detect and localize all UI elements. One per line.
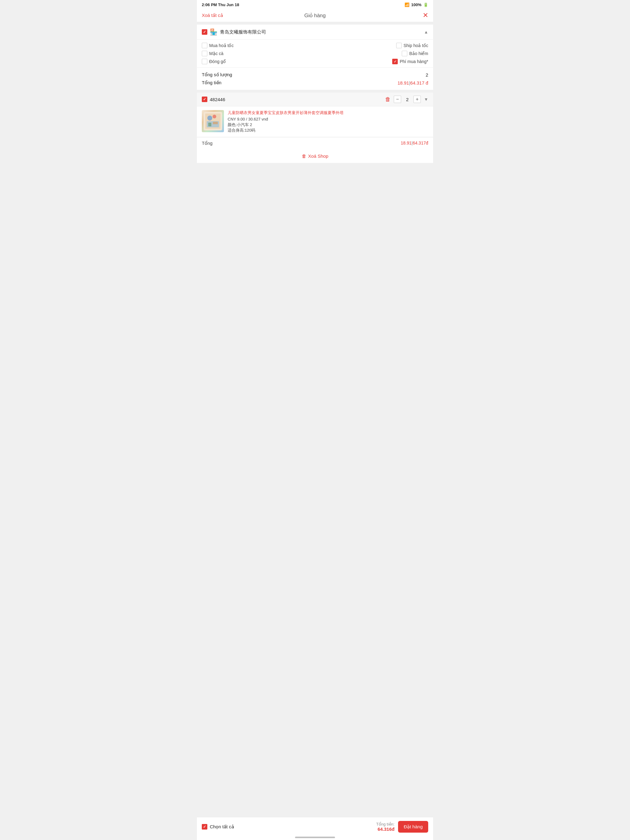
shop-checkbox[interactable] (202, 29, 207, 35)
page-header: Xoá tất cả Giỏ hàng ✕ (197, 9, 433, 22)
total-money-row: Tổng tiền 18.91|64.317 đ (202, 79, 428, 87)
svg-point-2 (207, 115, 212, 120)
svg-rect-6 (213, 122, 218, 124)
product-total-label: Tổng (202, 141, 212, 146)
shop-name: 青岛文曦服饰有限公司 (220, 29, 266, 35)
svg-rect-5 (208, 123, 211, 126)
checkbox-dong-go[interactable] (202, 59, 207, 64)
delete-shop-button[interactable]: Xoá Shop (308, 153, 329, 159)
shop-options: Mua hoả tốc Ship hoả tốc Mặc cà Bảo hiểm… (197, 39, 433, 68)
shop-icon: 🏪 (210, 28, 217, 36)
shop-totals: Tổng số lượng 2 Tổng tiền 18.91|64.317 đ (197, 68, 433, 90)
total-qty-label: Tổng số lượng (202, 72, 232, 77)
product-total-row: Tổng 18.91|64.317đ (197, 137, 433, 149)
shop-section: 🏪 青岛文曦服饰有限公司 ▲ Mua hoả tốc Ship hoả tốc … (197, 25, 433, 90)
increase-qty-button[interactable]: + (413, 96, 421, 103)
total-money-label: Tổng tiền (202, 80, 222, 85)
shop-header: 🏪 青岛文曦服饰有限公司 ▲ (197, 25, 433, 39)
trash-shop-icon: 🗑 (302, 153, 306, 159)
product-item: 儿童防晒衣男女童夏季宝宝皮肤衣男童开衫薄外套空调服夏季外塔 CNY 9.00 /… (197, 106, 433, 137)
svg-point-3 (212, 115, 216, 118)
checkbox-mua-hoa-toc[interactable] (202, 43, 207, 48)
option-mac-ca[interactable]: Mặc cà (202, 51, 223, 56)
product-header: 482446 🗑 − 2 + ▼ (197, 93, 433, 106)
product-section: 482446 🗑 − 2 + ▼ 儿童 (197, 93, 433, 163)
quantity-control: − 2 + (394, 96, 421, 103)
product-title: 儿童防晒衣男女童夏季宝宝皮肤衣男童开衫薄外套空调服夏季外塔 (228, 110, 428, 115)
battery-percentage: 100% (411, 2, 421, 7)
product-color: 颜色:小汽车 2 (228, 122, 428, 128)
product-size: 适合身高:120码 (228, 128, 428, 133)
option-mua-hoa-toc[interactable]: Mua hoả tốc (202, 43, 233, 48)
checkbox-phi-mua-hang[interactable] (392, 59, 398, 64)
quantity-value: 2 (404, 97, 410, 102)
option-dong-go[interactable]: Đóng gổ (202, 59, 226, 64)
empty-area (197, 163, 433, 347)
clear-all-button[interactable]: Xoá tất cả (202, 13, 223, 18)
status-bar: 2:06 PM Thu Jun 18 📶 100% 🔋 (197, 0, 433, 9)
battery-icon: 🔋 (423, 2, 428, 7)
option-ship-hoa-toc[interactable]: Ship hoả tốc (396, 43, 428, 48)
status-time: 2:06 PM Thu Jun 18 (202, 2, 239, 7)
delete-product-button[interactable]: 🗑 (385, 96, 391, 103)
product-info: 儿童防晒衣男女童夏季宝宝皮肤衣男童开衫薄外套空调服夏季外塔 CNY 9.00 /… (228, 110, 428, 133)
total-money-value: 18.91|64.317 đ (397, 80, 428, 85)
checkbox-ship-hoa-toc[interactable] (396, 43, 402, 48)
product-image (202, 110, 224, 132)
product-checkbox[interactable] (202, 96, 207, 102)
wifi-icon: 📶 (405, 2, 410, 7)
chevron-down-icon[interactable]: ▼ (424, 97, 428, 102)
close-button[interactable]: ✕ (423, 12, 428, 19)
product-thumbnail (204, 112, 222, 130)
option-bao-hiem[interactable]: Bảo hiểm (402, 51, 428, 56)
product-controls: 🗑 − 2 + ▼ (385, 96, 428, 103)
total-qty-row: Tổng số lượng 2 (202, 71, 428, 79)
product-total-value: 18.91|64.317đ (401, 141, 428, 146)
decrease-qty-button[interactable]: − (394, 96, 401, 103)
product-price: CNY 9.00 / 30.627 vnđ (228, 117, 428, 122)
option-phi-mua-hang[interactable]: Phí mua hàng* (392, 59, 428, 64)
product-id: 482446 (210, 97, 225, 102)
checkbox-mac-ca[interactable] (202, 51, 207, 56)
chevron-up-icon[interactable]: ▲ (424, 30, 428, 35)
total-qty-value: 2 (426, 72, 428, 77)
delete-shop-row: 🗑 Xoá Shop (197, 149, 433, 163)
checkbox-bao-hiem[interactable] (402, 51, 407, 56)
page-title: Giỏ hàng (304, 12, 326, 19)
